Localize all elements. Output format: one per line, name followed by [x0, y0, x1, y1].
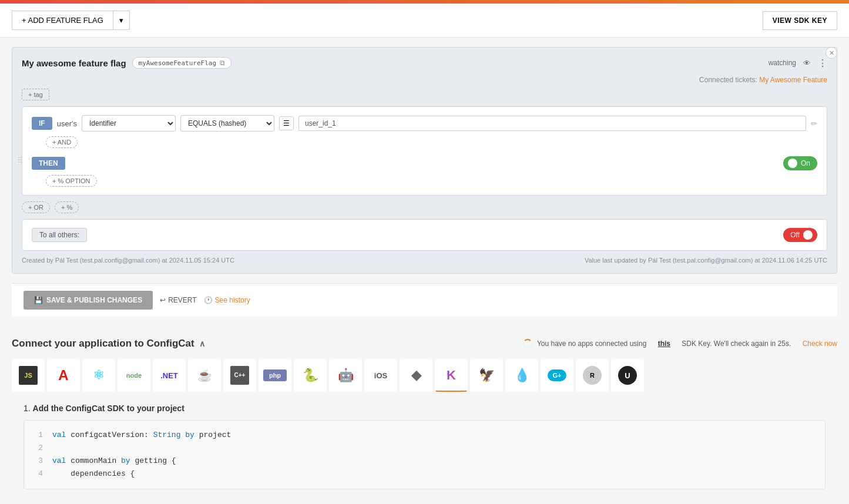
step-title: 1. Add the ConfigCat SDK to your project [24, 404, 825, 413]
sdk-tab-php[interactable]: php [259, 359, 291, 392]
identifier-select[interactable]: Identifier [82, 115, 176, 132]
save-publish-button[interactable]: 💾 SAVE & PUBLISH CHANGES [24, 291, 153, 310]
chevron-down-icon: ▾ [119, 16, 123, 25]
status-spinner [523, 339, 532, 348]
add-flag-label: + ADD FEATURE FLAG [22, 16, 103, 25]
sdk-tab-node[interactable]: node [118, 359, 150, 392]
sdk-tab-react[interactable]: ⚛ [82, 359, 115, 392]
sdk-tab-angular[interactable]: A [47, 359, 80, 392]
code-line: 1 val configcatVersion: String by projec… [33, 429, 816, 442]
flag-key-badge: myAwesomeFeatureFlag ⧉ [132, 57, 231, 69]
add-option-button[interactable]: + % OPTION [46, 175, 97, 187]
close-button[interactable]: ✕ [825, 47, 837, 59]
then-row: THEN On [32, 156, 817, 170]
add-flag-dropdown-button[interactable]: ▾ [113, 11, 130, 30]
or-row: + OR + % [22, 201, 827, 213]
code-line: 4 dependencies { [33, 468, 816, 481]
edit-icon[interactable]: ✏ [811, 119, 817, 128]
cpp-icon: C++ [230, 366, 249, 385]
step-section: 1. Add the ConfigCat SDK to your project… [12, 404, 837, 489]
flag-title: My awesome feature flag [22, 58, 126, 68]
more-options-icon[interactable]: ⋮ [818, 58, 827, 69]
connect-header: Connect your application to ConfigCat ∧ … [12, 338, 837, 350]
code-line: 2 [33, 442, 816, 455]
toggle-circle [788, 159, 797, 168]
go-icon: G+ [548, 369, 566, 381]
flag-card: ⠿ My awesome feature flag myAwesomeFeatu… [12, 47, 837, 274]
add-tag-button[interactable]: + tag [22, 89, 49, 100]
js-icon: JS [19, 366, 38, 385]
revert-button[interactable]: ↩ REVERT [160, 296, 196, 304]
unreal-icon: U [618, 366, 637, 385]
sdk-tab-android[interactable]: 🤖 [329, 359, 362, 392]
ios-icon: iOS [374, 372, 387, 379]
react-icon: ⚛ [93, 369, 105, 382]
main-content: ⠿ My awesome feature flag myAwesomeFeatu… [0, 38, 849, 326]
others-label: To all others: [32, 228, 87, 242]
sdk-tab-rust[interactable]: R [576, 359, 609, 392]
collapse-icon[interactable]: ∧ [199, 339, 205, 348]
eye-icon[interactable]: 👁 [803, 59, 811, 68]
user-label: user's [57, 119, 77, 128]
connect-status: You have no apps connected using this SD… [523, 339, 837, 348]
history-icon: 🕐 [204, 296, 213, 304]
add-and-button[interactable]: + AND [46, 136, 78, 148]
toolbar: + ADD FEATURE FLAG ▾ VIEW SDK KEY [0, 4, 849, 38]
check-now-link[interactable]: Check now [803, 340, 837, 348]
view-sdk-key-button[interactable]: VIEW SDK KEY [763, 11, 837, 30]
rule-row: IF user's Identifier EQUALS (hashed) ☰ ✏ [32, 115, 817, 132]
connected-ticket-link[interactable]: My Awesome Feature [759, 76, 827, 84]
others-block: To all others: Off [22, 219, 827, 251]
sdk-tab-cpp[interactable]: C++ [223, 359, 256, 392]
toggle-on[interactable]: On [783, 156, 817, 170]
toggle-circle-off [803, 230, 813, 240]
toolbar-left: + ADD FEATURE FLAG ▾ [12, 11, 130, 30]
flag-header-right: watching 👁 ⋮ [769, 58, 827, 69]
dart-icon: ◆ [411, 369, 421, 382]
sdk-tab-go[interactable]: G+ [541, 359, 573, 392]
see-history-button[interactable]: 🕐 See history [204, 296, 250, 304]
sdk-tab-swift[interactable]: 🦅 [470, 359, 503, 392]
option-row: + % OPTION [32, 170, 817, 187]
sdk-tab-js[interactable]: JS [12, 359, 45, 392]
sdk-tab-kotlin[interactable]: K [435, 359, 468, 392]
save-icon: 💾 [34, 296, 43, 304]
watching-label: watching [769, 59, 796, 67]
code-block: 1 val configcatVersion: String by projec… [24, 420, 825, 489]
action-bar: 💾 SAVE & PUBLISH CHANGES ↩ REVERT 🕐 See … [12, 283, 837, 317]
rule-value-input[interactable] [298, 116, 806, 131]
php-icon: php [263, 369, 287, 381]
sdk-tabs: JS A ⚛ node .NET ☕ C++ php 🐍 [12, 359, 837, 392]
sdk-key-link[interactable]: this [658, 340, 670, 348]
connected-tickets: Connected tickets: My Awesome Feature [22, 76, 827, 84]
sdk-tab-ios[interactable]: iOS [364, 359, 397, 392]
sdk-tab-dart[interactable]: ◆ [400, 359, 432, 392]
rust-icon: R [583, 366, 602, 385]
connect-section: Connect your application to ConfigCat ∧ … [0, 326, 849, 489]
drag-handle[interactable]: ⠿ [17, 156, 23, 165]
list-icon-button[interactable]: ☰ [279, 116, 294, 130]
if-badge: IF [32, 117, 52, 130]
flag-title-row: My awesome feature flag myAwesomeFeature… [22, 57, 231, 69]
add-or-button[interactable]: + OR [22, 201, 50, 213]
and-row: + AND [32, 132, 817, 148]
sdk-tab-dotnet[interactable]: .NET [153, 359, 186, 392]
sdk-tab-unreal[interactable]: U [611, 359, 644, 392]
then-badge: THEN [32, 157, 65, 170]
add-flag-button[interactable]: + ADD FEATURE FLAG [12, 11, 113, 30]
flag-header: My awesome feature flag myAwesomeFeature… [22, 57, 827, 69]
python-icon: 🐍 [303, 369, 318, 382]
sdk-tab-elixir[interactable]: 💧 [505, 359, 538, 392]
elixir-icon: 💧 [514, 369, 530, 382]
dotnet-icon: .NET [160, 372, 178, 379]
java-icon: ☕ [197, 369, 212, 381]
add-percent-button[interactable]: + % [55, 201, 79, 213]
toggle-off[interactable]: Off [783, 228, 817, 242]
copy-icon[interactable]: ⧉ [220, 59, 225, 67]
sdk-tab-java[interactable]: ☕ [188, 359, 221, 392]
angular-icon: A [58, 368, 68, 382]
sdk-tab-python[interactable]: 🐍 [294, 359, 327, 392]
revert-icon: ↩ [160, 296, 166, 304]
comparator-select[interactable]: EQUALS (hashed) [180, 115, 274, 132]
connect-title: Connect your application to ConfigCat ∧ [12, 338, 205, 350]
